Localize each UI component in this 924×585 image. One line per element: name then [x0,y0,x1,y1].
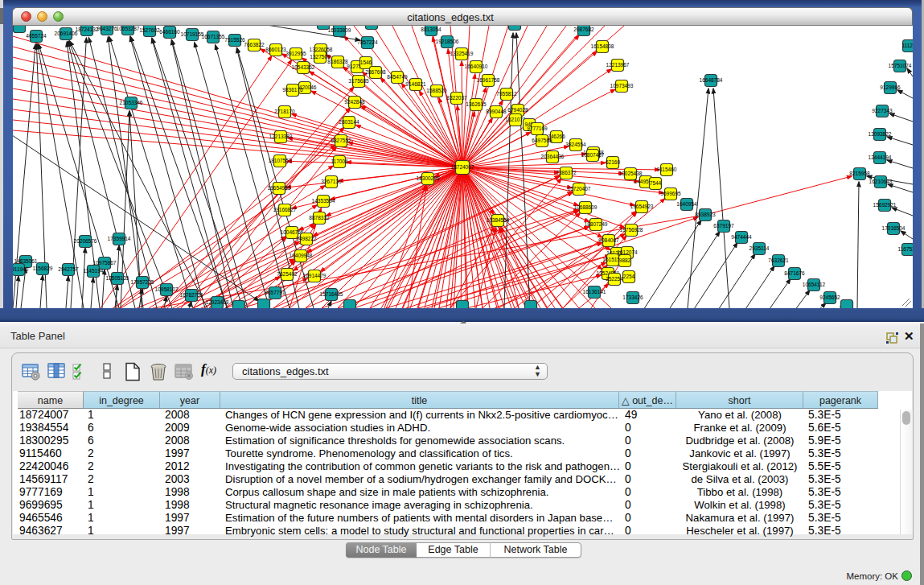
svg-text:19166827: 19166827 [273,207,297,212]
svg-text:3912955: 3912955 [285,51,306,56]
svg-text:8660123: 8660123 [265,47,286,52]
svg-text:16136141: 16136141 [583,289,606,295]
svg-text:9084067: 9084067 [598,237,619,243]
svg-text:1167533: 1167533 [898,246,913,252]
svg-text:16782759: 16782759 [180,292,203,298]
svg-text:16640910: 16640910 [465,64,488,69]
svg-text:16409948: 16409948 [290,253,313,258]
svg-text:9115460: 9115460 [657,167,677,172]
svg-text:12444194: 12444194 [869,154,892,160]
svg-text:8938923: 8938923 [695,212,716,217]
svg-text:19756928: 19756928 [620,227,643,233]
svg-text:17957225: 17957225 [131,279,154,285]
svg-text:1145194: 1145194 [84,268,104,274]
svg-text:8215958: 8215958 [849,171,870,176]
svg-text:16154808: 16154808 [591,43,614,49]
svg-text:3267130: 3267130 [321,179,342,184]
svg-text:7632621: 7632621 [768,257,789,263]
svg-text:18807249: 18807249 [585,221,608,227]
svg-text:9146821: 9146821 [405,81,426,87]
svg-text:1527602: 1527602 [139,27,160,33]
svg-text:20691406: 20691406 [55,31,78,36]
svg-text:8186328: 8186328 [327,59,348,64]
svg-text:7515526: 7515526 [224,37,245,43]
svg-text:18724132: 18724132 [76,27,99,32]
svg-text:10688609: 10688609 [574,204,598,210]
svg-text:9245652: 9245652 [819,295,840,300]
svg-text:9227343: 9227343 [872,108,893,113]
svg-text:17016504: 17016504 [882,225,906,231]
svg-text:19654985: 19654985 [268,185,291,191]
svg-text:18300295: 18300295 [417,175,440,181]
svg-text:1640954: 1640954 [676,201,697,207]
svg-text:9643276: 9643276 [97,26,117,31]
svg-text:62160: 62160 [606,159,620,165]
svg-text:117004: 117004 [331,159,348,164]
svg-text:15716485: 15716485 [320,291,343,297]
svg-text:2718170: 2718170 [274,109,295,114]
svg-text:20206576: 20206576 [74,238,97,244]
svg-text:10653287: 10653287 [117,26,140,31]
svg-text:18107553: 18107553 [269,158,292,163]
svg-text:252254: 252254 [606,276,623,282]
svg-text:1588520: 1588520 [426,88,447,93]
svg-text:8322037: 8322037 [446,95,467,101]
svg-text:3175685: 3175685 [348,78,369,84]
svg-text:9777169: 9777169 [527,126,548,131]
svg-text:9657791: 9657791 [265,290,285,295]
svg-text:3911940: 3911940 [13,266,29,272]
svg-text:16210643: 16210643 [869,179,893,184]
svg-text:7544: 7544 [650,180,662,186]
svg-text:2942757: 2942757 [58,266,79,272]
svg-text:8990448: 8990448 [486,109,507,114]
svg-text:9827552: 9827552 [331,138,351,143]
svg-text:20364436: 20364436 [541,154,565,159]
svg-text:16648784: 16648784 [700,77,723,83]
svg-text:4055724: 4055724 [26,33,47,39]
svg-text:16914479: 16914479 [303,273,326,278]
svg-text:8454749: 8454749 [387,74,408,80]
svg-text:2254: 2254 [623,274,635,279]
svg-text:7386372: 7386372 [556,170,577,175]
svg-text:9498222: 9498222 [296,236,317,241]
svg-text:9242848: 9242848 [344,99,365,105]
svg-text:8878332: 8878332 [309,215,330,220]
svg-text:6466160: 6466160 [159,29,180,35]
svg-text:9474444: 9474444 [731,234,752,240]
svg-text:19218506: 19218506 [436,39,459,44]
svg-text:15720407: 15720407 [568,186,591,192]
svg-text:18724007: 18724007 [451,164,474,170]
svg-text:12505135: 12505135 [106,275,129,281]
svg-text:7955812: 7955812 [496,91,517,97]
svg-text:10543362: 10543362 [292,64,315,70]
svg-text:13325419: 13325419 [450,51,474,56]
svg-text:15692921: 15692921 [873,202,897,208]
svg-text:8471676: 8471676 [784,270,805,276]
svg-text:6497568: 6497568 [532,138,552,143]
svg-text:16671355: 16671355 [202,34,225,39]
svg-text:1156829: 1156829 [33,266,53,271]
svg-text:15751074: 15751074 [889,63,912,68]
svg-text:8813054: 8813054 [421,27,441,32]
svg-text:2867608: 2867608 [365,69,386,75]
svg-text:3824554: 3824554 [565,142,586,147]
svg-text:21053346: 21053346 [120,100,143,105]
svg-text:2087682: 2087682 [573,27,594,32]
svg-text:12923468: 12923468 [206,299,229,305]
svg-text:6794028: 6794028 [507,107,528,113]
svg-text:7663822: 7663822 [244,42,265,47]
svg-text:9836176: 9836176 [282,87,303,93]
svg-text:16033809: 16033809 [328,27,351,33]
svg-text:7625402: 7625402 [277,271,298,277]
svg-text:10654112: 10654112 [803,282,826,287]
svg-text:1546: 1546 [360,60,372,65]
svg-text:16961758: 16961758 [477,77,500,83]
svg-text:10025438: 10025438 [619,171,643,176]
svg-text:7857224: 7857224 [357,39,378,45]
svg-text:2935114: 2935114 [749,245,770,251]
svg-text:10719155: 10719155 [181,31,204,37]
svg-text:12093822: 12093822 [869,131,892,137]
svg-text:12213967: 12213967 [606,62,630,68]
svg-text:10973493: 10973493 [610,83,634,89]
svg-text:19384554: 19384554 [487,217,510,223]
